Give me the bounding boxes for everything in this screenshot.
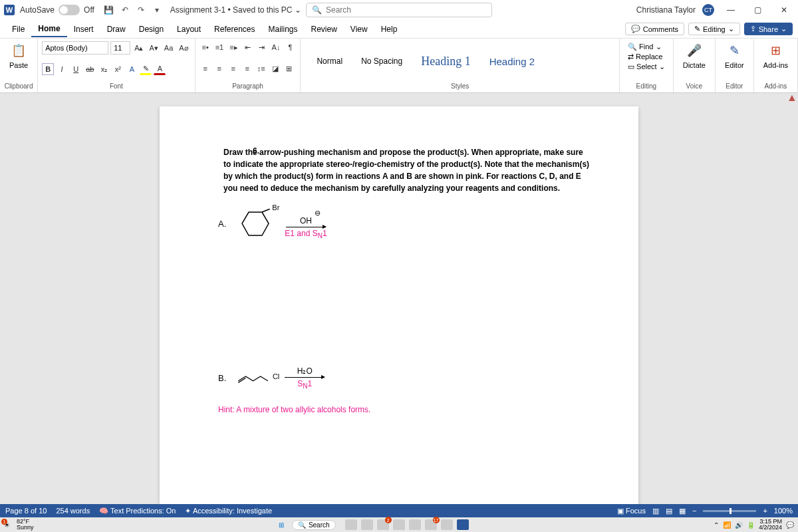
weather-text[interactable]: 82°F Sunny — [17, 519, 34, 531]
sort-icon[interactable]: A↓ — [270, 41, 283, 53]
justify-icon[interactable]: ≡ — [241, 63, 253, 74]
borders-icon[interactable]: ⊞ — [283, 63, 295, 74]
numbering-icon[interactable]: ≡1 — [213, 41, 226, 53]
comments-button[interactable]: 💬 Comments — [625, 23, 684, 35]
replace-button[interactable]: ⇄ Replace — [628, 53, 665, 61]
tray-notifications-icon[interactable]: 💬 — [786, 521, 794, 529]
clear-formatting-icon[interactable]: A⌀ — [177, 42, 190, 54]
page[interactable]: 6. Draw the arrow-pushing mechanism and … — [160, 106, 638, 504]
tray-battery-icon[interactable]: 🔋 — [747, 521, 755, 529]
select-button[interactable]: ▭ Select ⌄ — [628, 63, 665, 71]
page-indicator[interactable]: Page 8 of 10 — [5, 507, 47, 515]
tab-review[interactable]: Review — [305, 22, 344, 37]
font-name-input[interactable] — [42, 41, 108, 55]
tab-layout[interactable]: Layout — [170, 22, 207, 37]
bold-button[interactable]: B — [42, 63, 54, 75]
shrink-font-icon[interactable]: A▾ — [147, 42, 160, 54]
taskbar-search[interactable]: 🔍 Search — [292, 520, 336, 530]
autosave-toggle[interactable]: AutoSave Off — [20, 5, 94, 15]
tray-clock[interactable]: 3:15 PM 4/2/2024 — [759, 519, 782, 531]
change-case-icon[interactable]: Aa — [162, 42, 175, 54]
tab-draw[interactable]: Draw — [100, 22, 132, 37]
tab-view[interactable]: View — [344, 22, 374, 37]
dictate-button[interactable]: 🎤 Dictate — [678, 40, 711, 72]
share-button[interactable]: ⇪ Share ⌄ — [744, 23, 793, 35]
font-size-input[interactable] — [110, 41, 130, 55]
editing-mode-button[interactable]: ✎ Editing ⌄ — [688, 23, 740, 35]
italic-button[interactable]: I — [56, 63, 68, 75]
tab-references[interactable]: References — [207, 22, 261, 37]
focus-mode[interactable]: ▣ Focus — [617, 507, 646, 515]
tb-app-7[interactable] — [441, 519, 453, 530]
document-title[interactable]: Assignment 3-1 • Saved to this PC ⌄ — [170, 5, 301, 15]
weather-widget[interactable]: 1 ☀ — [4, 521, 10, 529]
view-web-icon[interactable]: ▦ — [679, 507, 686, 515]
decrease-indent-icon[interactable]: ⇤ — [242, 41, 254, 53]
style-no-spacing[interactable]: No Spacing — [356, 54, 408, 68]
maximize-button[interactable]: ▢ — [747, 3, 767, 17]
style-normal[interactable]: Normal — [311, 54, 348, 68]
tb-app-6[interactable]: 17 — [425, 519, 437, 530]
paste-button[interactable]: 📋 Paste — [4, 40, 33, 72]
increase-indent-icon[interactable]: ⇥ — [256, 41, 268, 53]
user-name[interactable]: Christiana Taylor — [636, 5, 696, 15]
text-predictions[interactable]: 🧠 Text Predictions: On — [99, 507, 176, 515]
subscript-button[interactable]: x₂ — [98, 63, 110, 75]
close-button[interactable]: ✕ — [774, 3, 794, 17]
style-heading2[interactable]: Heading 2 — [484, 53, 540, 70]
tb-app-4[interactable] — [393, 519, 405, 530]
tab-design[interactable]: Design — [132, 22, 170, 37]
font-color-icon[interactable]: A — [154, 63, 166, 75]
qat-dropdown-icon[interactable]: ▾ — [150, 3, 164, 17]
underline-button[interactable]: U — [70, 63, 82, 75]
text-effects-icon[interactable]: A — [126, 63, 138, 75]
user-avatar[interactable]: CT — [702, 4, 714, 16]
tray-wifi-icon[interactable]: 📶 — [723, 521, 731, 529]
save-icon[interactable]: 💾 — [102, 3, 116, 17]
view-read-icon[interactable]: ▥ — [652, 507, 659, 515]
view-print-icon[interactable]: ▤ — [666, 507, 672, 515]
tab-help[interactable]: Help — [374, 22, 404, 37]
minimize-button[interactable]: — — [721, 3, 741, 17]
tray-chevron-icon[interactable]: ⌃ — [714, 521, 719, 529]
redo-icon[interactable]: ↷ — [134, 3, 148, 17]
show-marks-icon[interactable]: ¶ — [284, 41, 296, 53]
bullets-icon[interactable]: ≡• — [200, 41, 211, 53]
search-box[interactable]: 🔍 Search — [306, 3, 492, 17]
accessibility-status[interactable]: ✦ Accessibility: Investigate — [185, 507, 272, 515]
tb-app-5[interactable] — [409, 519, 421, 530]
highlight-icon[interactable]: ✎ — [140, 63, 152, 75]
tab-insert[interactable]: Insert — [67, 22, 100, 37]
document-area[interactable]: 6. Draw the arrow-pushing mechanism and … — [0, 93, 798, 504]
tb-app-2[interactable] — [361, 519, 373, 530]
styles-gallery[interactable]: Normal No Spacing Heading 1 Heading 2 — [305, 40, 615, 82]
tab-file[interactable]: File — [5, 22, 31, 37]
toggle-pill[interactable] — [59, 5, 80, 15]
zoom-out-icon[interactable]: − — [692, 507, 696, 515]
undo-icon[interactable]: ↶ — [118, 3, 132, 17]
superscript-button[interactable]: x² — [112, 63, 124, 75]
zoom-in-icon[interactable]: + — [763, 507, 767, 515]
tb-app-1[interactable] — [345, 519, 357, 530]
find-button[interactable]: 🔍 Find ⌄ — [628, 43, 665, 51]
line-spacing-icon[interactable]: ↕≡ — [255, 63, 267, 74]
multilevel-icon[interactable]: ≡▸ — [227, 41, 239, 53]
align-left-icon[interactable]: ≡ — [200, 63, 211, 74]
scroll-up-icon[interactable]: ▲ — [787, 93, 797, 102]
tb-app-3[interactable]: 2 — [377, 519, 389, 530]
editor-button[interactable]: ✎ Editor — [720, 40, 749, 72]
start-button[interactable]: ⊞ — [279, 521, 284, 529]
vertical-scrollbar[interactable]: ▲ — [787, 93, 797, 504]
tab-mailings[interactable]: Mailings — [261, 22, 304, 37]
align-right-icon[interactable]: ≡ — [227, 63, 239, 74]
grow-font-icon[interactable]: A▴ — [132, 42, 145, 54]
word-count[interactable]: 254 words — [56, 507, 90, 515]
tab-home[interactable]: Home — [31, 21, 66, 37]
addins-button[interactable]: ⊞ Add-ins — [758, 40, 793, 72]
style-heading1[interactable]: Heading 1 — [416, 52, 475, 71]
zoom-slider[interactable] — [703, 510, 756, 512]
align-center-icon[interactable]: ≡ — [213, 63, 225, 74]
tray-volume-icon[interactable]: 🔊 — [735, 521, 743, 529]
tb-app-word[interactable] — [457, 519, 469, 530]
strike-button[interactable]: ab — [84, 63, 96, 75]
